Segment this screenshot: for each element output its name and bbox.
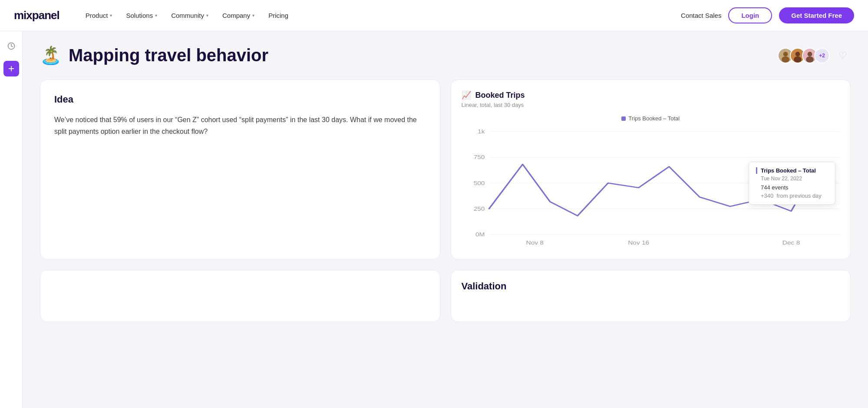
svg-text:Nov 16: Nov 16 (628, 240, 649, 246)
svg-point-5 (782, 56, 789, 62)
chart-container: 1k 750 500 250 0M Nov 8 Nov 16 Dec (462, 127, 840, 249)
page-emoji: 🏝️ (40, 45, 62, 66)
svg-point-4 (783, 52, 788, 56)
sidebar (0, 31, 23, 408)
svg-point-10 (808, 52, 812, 56)
cards-grid: Idea We’ve noticed that 59% of users in … (40, 80, 851, 322)
svg-text:250: 250 (473, 206, 485, 212)
tooltip-delta-label: from previous day (777, 192, 822, 199)
tooltip-delta: +340 from previous day (756, 192, 828, 199)
nav-pricing[interactable]: Pricing (268, 12, 288, 19)
page-wrapper: 🏝️ Mapping travel behavior (0, 31, 868, 408)
tooltip-delta-value: +340 (761, 192, 773, 199)
svg-text:500: 500 (473, 180, 485, 186)
nav-product[interactable]: Product ▾ (86, 12, 112, 19)
legend-dot (621, 116, 626, 121)
favorite-button[interactable]: ♡ (835, 48, 851, 63)
validation-card (40, 270, 440, 322)
nav-solutions[interactable]: Solutions ▾ (126, 12, 157, 19)
tooltip-date: Tue Nov 22, 2022 (756, 176, 828, 182)
svg-text:1k: 1k (478, 129, 485, 135)
svg-text:750: 750 (473, 155, 485, 160)
page-title: Mapping travel behavior (69, 46, 268, 65)
logo[interactable]: mixpanel (14, 9, 59, 22)
validation-card-title: Validation (462, 281, 840, 292)
page-actions: +2 ♡ (778, 48, 851, 63)
contact-sales-link[interactable]: Contact Sales (681, 12, 721, 19)
nav-actions: Contact Sales Login Get Started Free (681, 7, 854, 23)
avatar-group: +2 (778, 48, 830, 63)
trips-card-title: Booked Trips (475, 91, 525, 100)
svg-text:Nov 8: Nov 8 (526, 240, 544, 246)
idea-card-title: Idea (54, 94, 426, 105)
main-content: 🏝️ Mapping travel behavior (23, 31, 868, 408)
tooltip-title: Trips Booked – Total (756, 167, 828, 174)
chevron-down-icon: ▾ (206, 13, 208, 18)
login-button[interactable]: Login (728, 7, 772, 23)
nav-community[interactable]: Community ▾ (171, 12, 208, 19)
navbar: mixpanel Product ▾ Solutions ▾ Community… (0, 0, 868, 31)
legend-label: Trips Booked – Total (628, 115, 680, 122)
get-started-button[interactable]: Get Started Free (779, 7, 854, 23)
avatar-extra-count[interactable]: +2 (814, 48, 830, 63)
nav-links: Product ▾ Solutions ▾ Community ▾ Compan… (86, 12, 663, 19)
svg-point-11 (806, 56, 814, 62)
chevron-down-icon: ▾ (155, 13, 157, 18)
chevron-down-icon: ▾ (110, 13, 112, 18)
page-title-area: 🏝️ Mapping travel behavior (40, 45, 268, 66)
svg-point-8 (794, 56, 802, 62)
trips-card: 📈 Booked Trips Linear, total, last 30 da… (451, 80, 851, 259)
trips-card-subtitle: Linear, total, last 30 days (462, 102, 840, 108)
trips-card-header: 📈 Booked Trips (462, 90, 840, 100)
page-header: 🏝️ Mapping travel behavior (40, 45, 851, 66)
svg-text:Dec 8: Dec 8 (782, 240, 800, 246)
chart-legend: Trips Booked – Total (462, 115, 840, 122)
sidebar-add-icon[interactable] (3, 61, 19, 76)
tooltip-events: 744 events (756, 184, 828, 191)
chart-tooltip: Trips Booked – Total Tue Nov 22, 2022 74… (749, 162, 835, 205)
validation-trips-card: Validation (451, 270, 851, 322)
svg-point-7 (795, 52, 800, 56)
chevron-down-icon: ▾ (252, 13, 254, 18)
nav-company[interactable]: Company ▾ (222, 12, 254, 19)
chart-icon: 📈 (462, 90, 471, 100)
idea-card: Idea We’ve noticed that 59% of users in … (40, 80, 440, 259)
idea-card-body: We’ve noticed that 59% of users in our “… (54, 114, 426, 137)
svg-text:0M: 0M (475, 232, 484, 238)
sidebar-history-icon[interactable] (3, 38, 19, 54)
